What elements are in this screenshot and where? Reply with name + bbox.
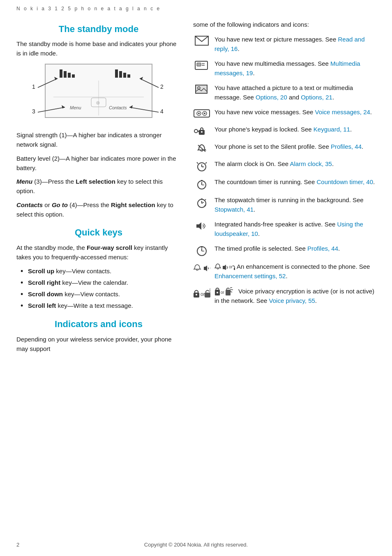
link-stopwatch[interactable]: Stopwatch, 41	[214, 206, 254, 213]
svg-rect-71	[234, 268, 235, 270]
enhancement-icon: or	[193, 262, 210, 274]
svg-text:◎: ◎	[96, 100, 100, 105]
handsfree-icon	[193, 220, 210, 231]
alarm-text: The alarm clock is On. See Alarm clock, …	[214, 159, 376, 169]
timed-profile-icon	[193, 244, 210, 256]
left-column: The standby mode The standby mode is hom…	[16, 20, 181, 358]
stopwatch-icon	[193, 196, 210, 208]
silent-text: Your phone is set to the Silent profile.…	[214, 142, 376, 152]
voice-privacy-icon: or	[193, 287, 210, 298]
menu-bold-text: Left selection	[76, 178, 115, 185]
svg-point-37	[198, 113, 200, 114]
svg-marker-67	[204, 265, 207, 271]
svg-point-73	[196, 294, 197, 295]
footer: 2 Copyright © 2004 Nokia. All rights res…	[0, 542, 392, 548]
contacts-text-1: (4)—Press the	[68, 201, 111, 208]
svg-text:1: 1	[32, 83, 35, 90]
link-profiles-44-timed[interactable]: Profiles, 44	[307, 245, 338, 252]
link-voice-privacy[interactable]: Voice privacy, 55	[269, 297, 315, 304]
phone-diagram: Menu Contacts 1 2 3	[29, 62, 168, 123]
link-options-20[interactable]: Options, 20	[256, 94, 287, 101]
indicator-voice-privacy: or or	[193, 287, 376, 306]
svg-rect-75	[205, 293, 210, 298]
link-loudspeaker[interactable]: Using the loudspeaker, 10	[214, 221, 363, 237]
link-read-reply[interactable]: Read and reply, 16	[214, 36, 365, 52]
svg-marker-62	[196, 222, 201, 230]
countdown-icon	[193, 178, 210, 190]
right-column: some of the following indicators and ico…	[193, 20, 376, 358]
svg-text:2: 2	[160, 83, 164, 90]
link-profiles-44-silent[interactable]: Profiles, 44	[331, 143, 362, 150]
picture-text: You have attached a picture to a text or…	[214, 83, 376, 102]
link-alarm-clock[interactable]: Alarm clock, 35	[290, 160, 332, 167]
indicators-desc: Depending on your wireless service provi…	[16, 335, 181, 354]
svg-rect-82	[226, 290, 231, 295]
signal-desc: Signal strength (1)—A higher bar indicat…	[16, 130, 181, 150]
link-countdown[interactable]: Countdown timer, 40	[316, 178, 373, 185]
svg-rect-32	[196, 85, 207, 93]
svg-text:or: or	[210, 265, 210, 271]
envelope-icon	[193, 35, 210, 46]
svg-line-76	[210, 288, 210, 289]
contacts-bold-text: Right selection	[111, 201, 155, 208]
list-item: Scroll left key—Write a text message.	[21, 301, 181, 311]
page-header: N o k i a 3 1 2 5 p h o n e a t a g l a …	[0, 0, 392, 16]
list-item: Scroll down key—View contacts.	[21, 289, 181, 299]
svg-text:or: or	[201, 291, 205, 297]
enhancement-text: or An enhancement is connected to the ph…	[214, 262, 376, 281]
alarm-icon	[193, 159, 210, 172]
svg-rect-2	[64, 71, 67, 78]
svg-rect-29	[197, 63, 201, 66]
multimedia-icon	[193, 59, 210, 71]
footer-page: 2	[16, 542, 19, 548]
quick-keys-title: Quick keys	[16, 227, 181, 238]
standby-title: The standby mode	[16, 24, 181, 35]
svg-text:or: or	[221, 290, 225, 295]
indicator-multimedia: You have new multimedia messages. See Mu…	[193, 59, 376, 78]
bullet-list: Scroll up key—View contacts. Scroll righ…	[21, 266, 181, 311]
svg-rect-4	[72, 74, 75, 78]
svg-line-48	[197, 162, 198, 164]
svg-rect-34	[194, 110, 210, 117]
link-voice-messages[interactable]: Voice messages, 24	[315, 108, 370, 115]
voice-icon	[193, 108, 210, 119]
indicator-keyguard: Your phone's keypad is locked. See Keygu…	[193, 125, 376, 136]
menu-italic-text: Menu	[16, 178, 32, 185]
contacts-italic-text: Contacts	[16, 201, 43, 208]
svg-line-49	[205, 162, 207, 164]
main-content: The standby mode The standby mode is hom…	[0, 16, 392, 358]
indicator-picture: You have attached a picture to a text or…	[193, 83, 376, 102]
multimedia-text: You have new multimedia messages. See Mu…	[214, 59, 376, 78]
stopwatch-text: The stopwatch timer is running in the ba…	[214, 196, 376, 214]
phone-diagram-svg: Menu Contacts 1 2 3	[29, 62, 168, 122]
svg-text:4: 4	[160, 108, 164, 115]
svg-marker-61	[204, 205, 206, 206]
link-multimedia[interactable]: Multimedia messages, 19	[214, 60, 360, 76]
link-enhancement[interactable]: Enhancement settings, 52	[214, 272, 286, 279]
or-text: or	[43, 201, 52, 208]
svg-rect-3	[68, 73, 71, 78]
voice-privacy-text: or Voice privacy encryption is active (o…	[214, 287, 376, 306]
svg-text:3: 3	[32, 108, 35, 115]
footer-copyright: Copyright © 2004 Nokia. All rights reser…	[144, 542, 248, 548]
indicator-stopwatch: The stopwatch timer is running in the ba…	[193, 196, 376, 214]
indicator-countdown: The countdown timer is running. See Coun…	[193, 178, 376, 190]
page: N o k i a 3 1 2 5 p h o n e a t a g l a …	[0, 0, 392, 556]
svg-point-80	[217, 292, 218, 293]
svg-rect-6	[119, 71, 122, 78]
header-text: N o k i a 3 1 2 5 p h o n e a t a g l a …	[16, 6, 161, 12]
svg-text:Contacts: Contacts	[109, 105, 127, 110]
svg-text:or: or	[229, 265, 233, 269]
contacts-desc-para: Contacts or Go to (4)—Press the Right se…	[16, 200, 181, 219]
menu-text-1: (3)—Press the	[32, 178, 76, 185]
list-item: Scroll up key—View contacts.	[21, 266, 181, 276]
svg-line-60	[205, 199, 206, 200]
svg-point-41	[194, 129, 198, 133]
svg-rect-8	[127, 74, 130, 78]
link-keyguard[interactable]: Keyguard, 11	[314, 126, 350, 133]
keyguard-icon	[193, 125, 210, 136]
standby-description: The standby mode is home base and indica…	[16, 39, 181, 58]
svg-point-38	[204, 113, 205, 114]
link-options-21[interactable]: Options, 21	[301, 94, 332, 101]
svg-rect-7	[123, 73, 126, 78]
